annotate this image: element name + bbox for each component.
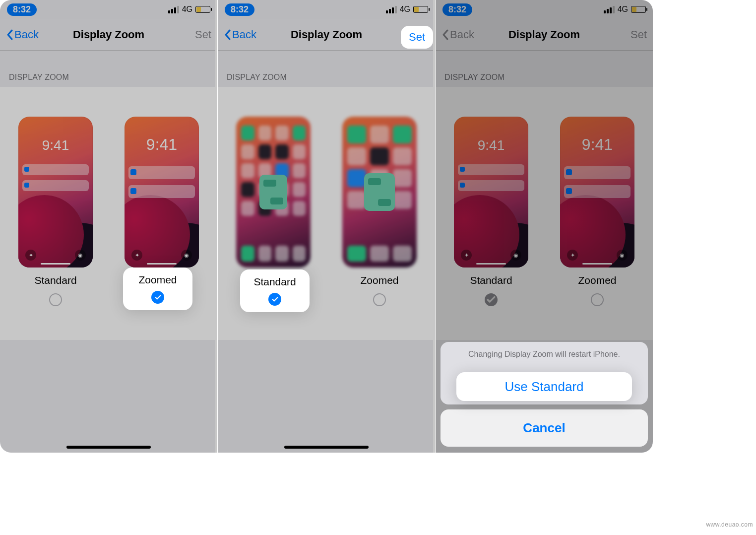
section-header: DISPLAY ZOOM: [0, 51, 217, 87]
option-label-zoomed: Zoomed: [578, 274, 616, 286]
preview-standard: 9:41 ✦ ◉: [454, 117, 528, 268]
preview-zoomed: 9:41 ✦ ◉: [125, 117, 199, 268]
back-label: Back: [450, 28, 474, 41]
option-zoomed[interactable]: Zoomed: [334, 117, 425, 306]
radio-standard: [485, 293, 498, 306]
chevron-left-icon: [224, 29, 231, 40]
radio-standard[interactable]: [49, 293, 62, 306]
chevron-left-icon: [441, 29, 449, 40]
battery-icon: [631, 6, 646, 13]
back-button: Back: [441, 28, 474, 41]
signal-icon: [386, 6, 397, 13]
radio-zoomed[interactable]: [373, 293, 386, 306]
option-label-zoomed: Zoomed: [360, 274, 398, 286]
signal-icon: [604, 6, 615, 13]
network-label: 4G: [182, 5, 192, 14]
section-header: DISPLAY ZOOM: [218, 51, 435, 87]
messages-icon: [364, 173, 395, 211]
status-bar: 8:32 4G: [0, 0, 217, 19]
battery-icon: [413, 6, 428, 13]
option-standard[interactable]: 9:41 ✦ ◉ Standard: [10, 117, 101, 306]
screenshot-1: 8:32 4G Back Display Zoom Set DISPLAY ZO…: [0, 0, 217, 453]
section-header: DISPLAY ZOOM: [436, 51, 653, 87]
set-button: Set: [630, 28, 647, 41]
highlight-set-button[interactable]: Set: [404, 29, 430, 46]
option-standard: 9:41 ✦ ◉ Standard: [445, 117, 537, 306]
action-sheet-message: Changing Display Zoom will restart iPhon…: [441, 342, 648, 367]
flashlight-icon: ✦: [131, 250, 142, 261]
status-time-pill: 8:32: [442, 3, 472, 16]
camera-icon: ◉: [510, 250, 521, 261]
flashlight-icon: ✦: [567, 250, 578, 261]
nav-bar: Back Display Zoom Set: [218, 19, 435, 51]
highlight-use-standard[interactable]: Use Standard: [456, 372, 632, 401]
status-bar: 8:32 4G: [436, 0, 653, 19]
network-label: 4G: [618, 5, 628, 14]
back-button[interactable]: Back: [224, 28, 256, 41]
watermark: www.deuao.com: [706, 521, 753, 528]
signal-icon: [168, 6, 179, 13]
back-label: Back: [232, 28, 256, 41]
battery-icon: [195, 6, 210, 13]
highlight-standard-selection: Standard: [240, 269, 310, 312]
radio-standard-highlight[interactable]: [268, 293, 281, 306]
home-indicator: [284, 446, 369, 449]
network-label: 4G: [400, 5, 410, 14]
flashlight-icon: ✦: [461, 250, 472, 261]
preview-standard: 9:41 ✦ ◉: [18, 117, 93, 268]
status-time-pill: 8:32: [7, 3, 37, 16]
back-button[interactable]: Back: [6, 28, 39, 41]
nav-bar: Back Display Zoom Set: [436, 19, 653, 51]
option-zoomed: 9:41 ✦ ◉ Zoomed: [552, 117, 643, 306]
camera-icon: ◉: [75, 250, 86, 261]
nav-bar: Back Display Zoom Set: [0, 19, 217, 51]
status-bar: 8:32 4G: [218, 0, 435, 19]
flashlight-icon: ✦: [25, 250, 36, 261]
home-indicator: [66, 446, 151, 449]
set-button[interactable]: Set: [195, 28, 211, 41]
zoom-options: 9:41 ✦ ◉ Standard 9:41 ✦ ◉ Zoomed: [436, 87, 653, 340]
option-label-standard: Standard: [470, 274, 512, 286]
back-label: Back: [14, 28, 39, 41]
radio-zoomed: [591, 293, 604, 306]
preview-zoomed: 9:41 ✦ ◉: [560, 117, 634, 268]
chevron-left-icon: [6, 29, 13, 40]
status-time-pill: 8:32: [225, 3, 254, 16]
highlight-zoomed-selection: Zoomed: [123, 268, 192, 310]
camera-icon: ◉: [617, 250, 628, 261]
camera-icon: ◉: [181, 250, 192, 261]
radio-zoomed-highlight[interactable]: [151, 291, 164, 304]
cancel-button[interactable]: Cancel: [441, 409, 648, 447]
screenshot-2: 8:32 4G Back Display Zoom Set Set DISPLA…: [218, 0, 435, 453]
screenshot-3: 8:32 4G Back Display Zoom Set DISPLAY ZO…: [436, 0, 653, 453]
option-label-standard: Standard: [34, 274, 76, 286]
messages-icon: [259, 175, 287, 209]
